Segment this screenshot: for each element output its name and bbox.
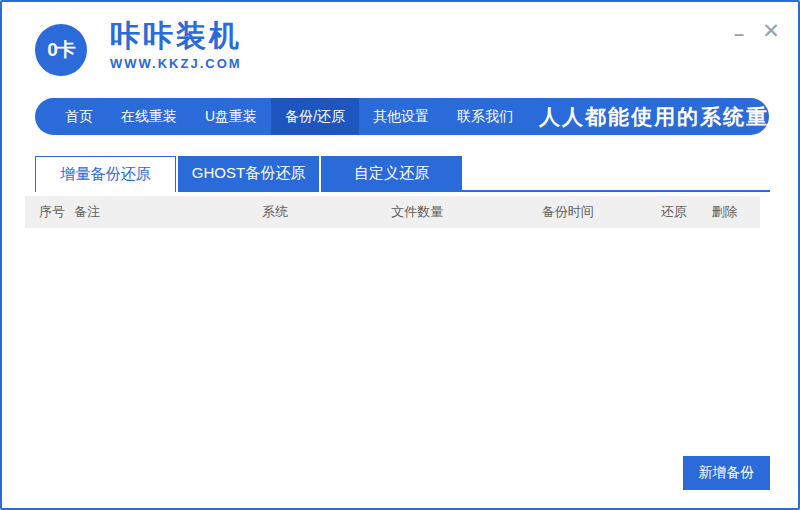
window-controls: – ✕: [728, 20, 782, 42]
main-nav: 首页 在线重装 U盘重装 备份/还原 其他设置 联系我们 人人都能使用的系统重装…: [35, 98, 769, 135]
column-header-note: 备注: [74, 203, 262, 221]
title-block: 咔咔装机 WWW.KKZJ.COM: [110, 19, 242, 71]
nav-slogan: 人人都能使用的系统重装工具: [539, 98, 769, 135]
nav-item-online-reinstall[interactable]: 在线重装: [107, 98, 191, 135]
nav-item-home[interactable]: 首页: [51, 98, 107, 135]
nav-item-usb-reinstall[interactable]: U盘重装: [191, 98, 271, 135]
backup-table-header: 序号 备注 系统 文件数量 备份时间 还原 删除: [25, 196, 760, 228]
column-header-index: 序号: [39, 203, 74, 221]
tabs-filler: [462, 156, 770, 192]
app-logo: 0卡: [35, 24, 87, 76]
column-header-delete: 删除: [711, 203, 760, 221]
tab-ghost-backup-restore[interactable]: GHOST备份还原: [178, 156, 319, 192]
tab-custom-restore[interactable]: 自定义还原: [321, 156, 462, 192]
column-header-system: 系统: [262, 203, 391, 221]
tab-incremental-backup-restore[interactable]: 增量备份还原: [35, 156, 176, 192]
app-subtitle-url: WWW.KKZJ.COM: [110, 56, 242, 71]
column-header-file-count: 文件数量: [391, 203, 541, 221]
add-backup-button[interactable]: 新增备份: [683, 456, 770, 490]
close-icon[interactable]: ✕: [760, 20, 782, 42]
logo-glyph: 0卡: [47, 37, 75, 63]
header: 0卡 咔咔装机 WWW.KKZJ.COM – ✕: [2, 2, 798, 98]
column-header-backup-time: 备份时间: [542, 203, 661, 221]
nav-item-contact-us[interactable]: 联系我们: [443, 98, 527, 135]
nav-item-backup-restore[interactable]: 备份/还原: [271, 98, 359, 135]
app-window: 0卡 咔咔装机 WWW.KKZJ.COM – ✕ 首页 在线重装 U盘重装 备份…: [0, 0, 800, 510]
backup-tabs: 增量备份还原 GHOST备份还原 自定义还原: [35, 156, 770, 192]
column-header-restore: 还原: [661, 203, 711, 221]
minimize-icon[interactable]: –: [728, 20, 750, 42]
nav-item-other-settings[interactable]: 其他设置: [359, 98, 443, 135]
app-title: 咔咔装机: [110, 19, 242, 53]
